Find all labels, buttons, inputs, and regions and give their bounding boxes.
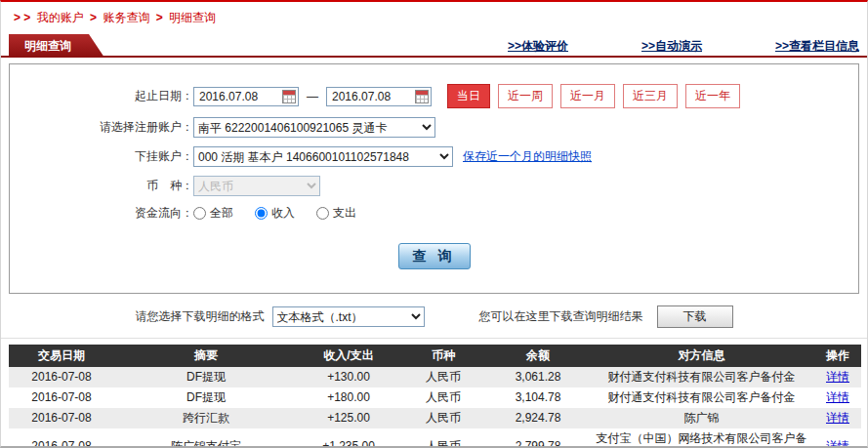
flow-radio-group: 全部 收入 支出: [193, 205, 356, 222]
quick-range-buttons: 当日 近一周 近一月 近三月 近一年: [447, 84, 740, 108]
link-column-info[interactable]: >>查看栏目信息: [775, 38, 859, 55]
form-row-account: 请选择注册账户： 南平 6222001406100921065 灵通卡: [10, 117, 858, 138]
cell-currency: 人民币: [399, 367, 487, 387]
cell-counterparty: 财付通支付科技有限公司客户备付金: [589, 367, 814, 387]
link-auto-demo[interactable]: >>自动演示: [641, 38, 702, 55]
col-header-counterparty: 对方信息: [589, 345, 814, 367]
download-format-select[interactable]: 文本格式（.txt）: [272, 306, 425, 327]
form-row-flow: 资金流向： 全部 收入 支出: [10, 205, 858, 222]
results-table: 交易日期 摘要 收入/支出 币种 余额 对方信息 操作 2016-07-08 D…: [9, 345, 861, 448]
flow-option-income-label: 收入: [271, 205, 295, 222]
sub-account-select[interactable]: 000 活期 基本户 1406600101102571848: [193, 146, 453, 167]
cell-balance: 2,924.78: [487, 408, 589, 428]
cell-date: 2016-07-08: [9, 387, 114, 408]
calendar-icon[interactable]: [282, 90, 296, 103]
table-row: 2016-07-08 陈广锦支付宝 +1,235.00 人民币 2,799.78…: [9, 428, 861, 448]
download-hint: 您可以在这里下载查询明细结果: [479, 308, 643, 325]
col-header-date: 交易日期: [9, 345, 114, 367]
col-header-currency: 币种: [399, 345, 487, 367]
cell-currency: 人民币: [399, 408, 487, 428]
registered-account-select[interactable]: 南平 6222001406100921065 灵通卡: [193, 117, 435, 138]
cell-balance: 2,799.78: [487, 428, 589, 448]
page: > > 我的账户 > 账务查询 > 明细查询 明细查询 >>体验评价 >>自动演…: [0, 0, 868, 448]
cell-amount: +130.00: [298, 367, 399, 387]
range-month-button[interactable]: 近一月: [560, 84, 615, 108]
breadcrumb: > > 我的账户 > 账务查询 > 明细查询: [1, 2, 867, 32]
cell-summary: 陈广锦支付宝: [114, 428, 298, 448]
currency-label: 币 种：: [10, 178, 193, 194]
cell-counterparty: 支付宝（中国）网络技术有限公司客户备付金: [589, 428, 814, 448]
flow-option-expense-label: 支出: [333, 205, 356, 222]
flow-option-expense[interactable]: 支出: [316, 205, 356, 222]
cell-counterparty: 陈广锦: [589, 408, 814, 428]
col-header-balance: 余额: [487, 345, 589, 367]
currency-select: 人民币: [193, 176, 320, 196]
calendar-icon[interactable]: [415, 90, 429, 103]
breadcrumb-item-detail-query[interactable]: 明细查询: [169, 11, 216, 24]
detail-link[interactable]: 详情: [826, 370, 849, 384]
range-week-button[interactable]: 近一周: [498, 84, 553, 108]
range-quarter-button[interactable]: 近三月: [623, 84, 678, 108]
form-row-currency: 币 种： 人民币: [10, 176, 858, 196]
cell-currency: 人民币: [399, 428, 487, 448]
table-header-row: 交易日期 摘要 收入/支出 币种 余额 对方信息 操作: [9, 345, 861, 367]
cell-balance: 3,104.78: [487, 387, 589, 408]
detail-link[interactable]: 详情: [826, 411, 849, 425]
date-range-label: 起止日期：: [10, 88, 193, 104]
form-row-date: 起止日期： — 当日 近一周 近一月 近三月 近一年: [10, 84, 858, 108]
breadcrumb-separator: >: [156, 11, 163, 24]
breadcrumb-arrow-icon: > >: [14, 11, 30, 24]
cell-date: 2016-07-08: [9, 428, 114, 448]
link-experience-review[interactable]: >>体验评价: [508, 38, 568, 55]
cell-amount: +180.00: [298, 387, 399, 408]
breadcrumb-item-my-account[interactable]: 我的账户: [37, 11, 84, 24]
download-format-label: 请您选择下载明细的格式: [136, 308, 265, 325]
flow-option-income[interactable]: 收入: [255, 205, 295, 222]
date-separator: —: [307, 90, 318, 103]
table-row: 2016-07-08 DF提现 +180.00 人民币 3,104.78 财付通…: [9, 387, 861, 408]
cell-date: 2016-07-08: [9, 408, 114, 428]
range-today-button[interactable]: 当日: [447, 84, 490, 108]
panel-title-tab: 明细查询: [9, 34, 104, 58]
divider: [1, 338, 867, 339]
table-row: 2016-07-08 DF提现 +130.00 人民币 3,061.28 财付通…: [9, 367, 861, 387]
cell-amount: +1,235.00: [298, 428, 399, 448]
form-row-subaccount: 下挂账户： 000 活期 基本户 1406600101102571848 保存近…: [10, 146, 858, 167]
flow-radio-income[interactable]: [255, 207, 268, 220]
cell-date: 2016-07-08: [9, 367, 114, 387]
cell-summary: 跨行汇款: [114, 408, 298, 428]
date-to-wrap: [326, 87, 432, 106]
cell-balance: 3,061.28: [487, 367, 589, 387]
flow-radio-all[interactable]: [193, 207, 206, 220]
subaccount-label: 下挂账户：: [10, 148, 193, 165]
range-year-button[interactable]: 近一年: [685, 84, 740, 108]
flow-label: 资金流向：: [10, 205, 193, 222]
flow-radio-expense[interactable]: [316, 207, 329, 220]
cell-counterparty: 财付通支付科技有限公司客户备付金: [589, 387, 814, 408]
flow-option-all[interactable]: 全部: [193, 205, 233, 222]
download-button[interactable]: 下载: [657, 305, 733, 328]
panel-links: >>体验评价 >>自动演示 >>查看栏目信息: [508, 38, 859, 55]
breadcrumb-item-account-query[interactable]: 账务查询: [103, 11, 149, 24]
detail-link[interactable]: 详情: [826, 390, 849, 404]
cell-currency: 人民币: [399, 387, 487, 408]
query-button[interactable]: 查 询: [398, 243, 471, 269]
query-form: 起止日期： — 当日 近一周 近一月 近三月 近一年 请选择注册账户： 南平 6…: [9, 63, 859, 294]
panel-header: 明细查询 >>体验评价 >>自动演示 >>查看栏目信息: [1, 34, 867, 58]
date-from-wrap: [193, 87, 299, 106]
detail-link[interactable]: 详情: [826, 439, 849, 448]
cell-summary: DF提现: [114, 367, 298, 387]
cell-summary: DF提现: [114, 387, 298, 408]
account-label: 请选择注册账户：: [10, 119, 193, 136]
table-row: 2016-07-08 跨行汇款 +125.00 人民币 2,924.78 陈广锦…: [9, 408, 861, 428]
col-header-summary: 摘要: [114, 345, 298, 367]
flow-option-all-label: 全部: [210, 205, 233, 222]
col-header-amount: 收入/支出: [298, 345, 399, 367]
col-header-action: 操作: [814, 345, 861, 367]
breadcrumb-separator: >: [90, 11, 97, 24]
snapshot-link[interactable]: 保存近一个月的明细快照: [463, 148, 592, 165]
cell-amount: +125.00: [298, 408, 399, 428]
download-row: 请您选择下载明细的格式 文本格式（.txt） 您可以在这里下载查询明细结果 下载: [1, 305, 867, 328]
